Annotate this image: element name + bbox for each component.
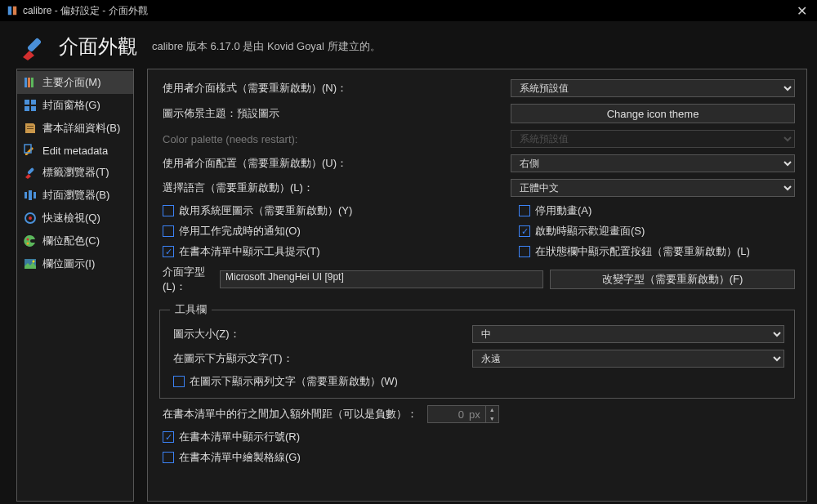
- svg-rect-2: [27, 38, 42, 52]
- tooltip-checkbox[interactable]: 在書本清單中顯示工具提示(T): [163, 244, 519, 259]
- toolbar-fieldset: 工具欄 圖示大小(Z)： 中 在圖示下方顯示文字(T)： 永遠 在圖示下顯示兩列…: [159, 302, 795, 399]
- picture-icon: [24, 257, 37, 270]
- sidebar-item-icons[interactable]: 欄位圖示(I): [17, 252, 133, 275]
- notify-checkbox[interactable]: 停用工作完成時的通知(O): [163, 224, 519, 239]
- brush-small-icon: [24, 166, 37, 179]
- sidebar-item-grid[interactable]: 封面窗格(G): [17, 94, 133, 117]
- header: 介面外觀 calibre 版本 6.17.0 是由 Kovid Goyal 所建…: [0, 21, 817, 69]
- svg-point-20: [27, 243, 29, 245]
- change-icon-theme-button[interactable]: Change icon theme: [511, 104, 795, 123]
- lang-select[interactable]: 正體中文: [511, 179, 795, 197]
- sidebar-item-coverflow[interactable]: 封面瀏覽器(B): [17, 184, 133, 207]
- sidebar-item-tags[interactable]: 標籤瀏覽器(T): [17, 161, 133, 184]
- spacing-spinbox[interactable]: 0 px ▲▼: [427, 405, 499, 423]
- lang-label: 選擇語言（需要重新啟動）(L)：: [159, 181, 511, 195]
- gridlines-checkbox[interactable]: 在書本清單中繪製格線(G): [163, 450, 795, 465]
- statusbar-checkbox[interactable]: 在狀態欄中顯示配置按鈕（需要重新啟動）(L): [519, 244, 750, 259]
- target-icon: [24, 212, 37, 225]
- icon-size-select[interactable]: 中: [472, 325, 784, 343]
- text-under-select[interactable]: 永遠: [472, 350, 784, 368]
- spacing-label: 在書本清單中的行之間加入額外間距（可以是負數）：: [163, 407, 417, 421]
- welcome-checkbox[interactable]: 啟動時顯示歡迎畫面(S): [519, 224, 645, 239]
- svg-rect-16: [33, 192, 36, 198]
- svg-rect-1: [13, 7, 16, 16]
- sidebar-item-colors[interactable]: 欄位配色(C): [17, 230, 133, 252]
- brush-icon: [20, 33, 47, 60]
- toolbar-legend: 工具欄: [170, 302, 212, 317]
- book-icon: [24, 122, 37, 135]
- svg-rect-3: [25, 78, 27, 87]
- palette-select: 系統預設值: [511, 130, 795, 148]
- grid-icon: [24, 99, 37, 112]
- layout-label: 使用者介面配置（需要重新啟動）(U)：: [159, 156, 511, 171]
- spin-down-icon[interactable]: ▼: [485, 414, 498, 423]
- icon-theme-label: 圖示佈景主題：預設圖示: [159, 106, 511, 121]
- svg-rect-15: [29, 190, 32, 200]
- svg-rect-9: [31, 106, 36, 111]
- change-font-button[interactable]: 改變字型（需要重新啟動）(F): [550, 270, 795, 289]
- svg-rect-10: [27, 126, 33, 127]
- spin-up-icon[interactable]: ▲: [485, 405, 498, 414]
- sidebar-item-details[interactable]: 書本詳細資料(B): [17, 117, 133, 140]
- svg-rect-14: [25, 192, 27, 198]
- ui-style-select[interactable]: 系統預設值: [511, 79, 795, 97]
- two-lines-checkbox[interactable]: 在圖示下顯示兩列文字（需要重新啟動）(W): [173, 374, 784, 389]
- systray-checkbox[interactable]: 啟用系統匣圖示（需要重新啟動）(Y): [163, 203, 519, 218]
- font-display: Microsoft JhengHei UI [9pt]: [220, 270, 543, 288]
- svg-rect-0: [8, 7, 11, 16]
- text-under-label: 在圖示下方顯示文字(T)：: [170, 351, 472, 366]
- edit-icon: [24, 144, 37, 157]
- svg-rect-5: [31, 78, 33, 87]
- font-label: 介面字型(L)：: [163, 265, 213, 294]
- svg-point-22: [33, 261, 35, 263]
- sidebar-item-metadata[interactable]: Edit metadata: [17, 140, 133, 161]
- main-panel: 使用者介面樣式（需要重新啟動）(N)： 系統預設值 圖示佈景主題：預設圖示 Ch…: [147, 69, 807, 502]
- row-num-checkbox[interactable]: 在書本清單中顯示行號(R): [163, 430, 795, 444]
- coverflow-icon: [24, 189, 37, 202]
- sidebar-item-quickview[interactable]: 快速檢視(Q): [17, 207, 133, 230]
- svg-rect-11: [27, 128, 33, 129]
- svg-point-18: [29, 216, 32, 220]
- palette-label: Color palette (needs restart):: [159, 133, 511, 145]
- svg-rect-7: [31, 100, 36, 105]
- window-title: calibre - 偏好設定 - 介面外觀: [23, 4, 148, 18]
- disable-anim-checkbox[interactable]: 停用動畫(A): [519, 203, 592, 218]
- sidebar-item-main[interactable]: 主要介面(M): [17, 71, 133, 94]
- svg-rect-13: [27, 167, 34, 175]
- icon-size-label: 圖示大小(Z)：: [170, 327, 472, 341]
- svg-point-19: [27, 239, 29, 241]
- page-title: 介面外觀: [59, 33, 137, 60]
- ui-style-label: 使用者介面樣式（需要重新啟動）(N)：: [159, 81, 511, 96]
- palette-icon: [24, 234, 37, 248]
- close-icon[interactable]: ✕: [793, 3, 810, 19]
- svg-rect-6: [25, 100, 29, 105]
- app-icon: [7, 5, 18, 16]
- svg-rect-8: [25, 106, 29, 111]
- svg-rect-4: [28, 78, 30, 87]
- titlebar: calibre - 偏好設定 - 介面外觀 ✕: [0, 0, 817, 21]
- page-subtitle: calibre 版本 6.17.0 是由 Kovid Goyal 所建立的。: [152, 39, 381, 54]
- layout-select[interactable]: 右側: [511, 154, 795, 172]
- sidebar: 主要介面(M) 封面窗格(G) 書本詳細資料(B) Edit metadata …: [16, 69, 134, 502]
- books-icon: [24, 76, 37, 89]
